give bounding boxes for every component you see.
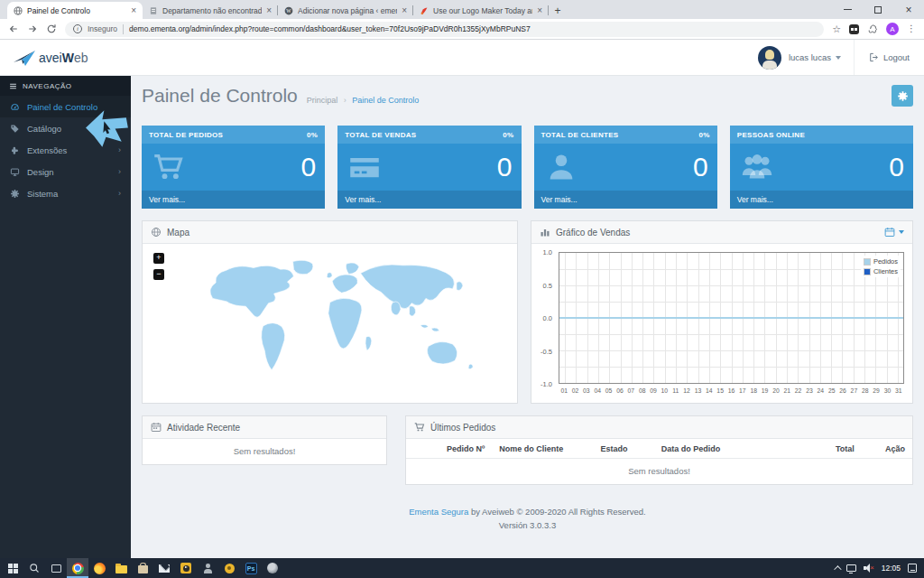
- taskbar-search-icon[interactable]: [23, 558, 45, 578]
- gear-icon: [897, 90, 909, 102]
- back-icon[interactable]: [8, 23, 19, 34]
- x-tick-label: 14: [706, 387, 713, 394]
- taskbar-media-dot-icon[interactable]: [218, 558, 240, 578]
- taskbar-firefox-icon[interactable]: [88, 558, 110, 578]
- tile-body: 0: [337, 144, 521, 191]
- tile-percent: 0%: [503, 131, 513, 139]
- tile-value: 0: [889, 154, 904, 181]
- window-restore-button[interactable]: [863, 0, 893, 19]
- pinned-extension-icon[interactable]: [849, 24, 859, 34]
- browser-menu-icon[interactable]: ⋮: [907, 24, 916, 33]
- taskbar-file-explorer-icon[interactable]: [110, 558, 132, 578]
- tile-title: TOTAL DE CLIENTES: [541, 131, 619, 139]
- taskbar-start-icon[interactable]: [2, 558, 23, 578]
- tab-close-icon[interactable]: ×: [537, 6, 542, 15]
- credit-card-icon: [346, 151, 383, 183]
- dashboard-icon: [10, 102, 20, 112]
- new-tab-button[interactable]: +: [549, 2, 567, 19]
- taskbar-photoshop-icon[interactable]: Ps: [240, 558, 262, 578]
- world-map[interactable]: + −: [143, 244, 517, 403]
- map-zoom-out-button[interactable]: −: [153, 269, 164, 280]
- tile-total-de-pedidos[interactable]: TOTAL DE PEDIDOS0%0Ver mais...: [142, 126, 325, 209]
- x-tick-label: 22: [795, 387, 802, 394]
- dashboard-settings-button[interactable]: [892, 85, 913, 107]
- bookmark-star-icon[interactable]: ☆: [832, 24, 841, 34]
- taskbar-task-view-icon[interactable]: [45, 558, 67, 578]
- breadcrumb-home[interactable]: Principal: [307, 96, 338, 105]
- tile-view-more-link[interactable]: Ver mais...: [730, 191, 913, 209]
- tab-close-icon[interactable]: ×: [402, 6, 407, 15]
- map-zoom-in-button[interactable]: +: [153, 253, 164, 264]
- sidebar-item-sistema[interactable]: Sistema›: [0, 182, 131, 204]
- orders-empty-text: Sem resultados!: [406, 459, 912, 484]
- tab-close-icon[interactable]: ×: [131, 6, 136, 15]
- tab-title: Adicionar nova página ‹ ementa: [298, 6, 397, 15]
- volume-muted-icon[interactable]: ×: [864, 564, 874, 573]
- taskbar-media-player-icon[interactable]: [175, 558, 197, 578]
- user-menu[interactable]: lucas lucas: [789, 52, 854, 62]
- window-minimize-button[interactable]: [832, 0, 863, 19]
- series-line-pedidos: [559, 317, 903, 319]
- brand-logo[interactable]: aveiWeb: [0, 49, 135, 67]
- x-tick-label: 28: [862, 387, 869, 394]
- taskbar-chrome-icon[interactable]: [67, 558, 88, 578]
- taskbar-people-icon[interactable]: [197, 558, 218, 578]
- x-tick-label: 29: [873, 387, 880, 394]
- tile-view-more-link[interactable]: Ver mais...: [142, 191, 325, 209]
- window-close-button[interactable]: ×: [893, 0, 924, 19]
- refresh-icon[interactable]: [46, 23, 57, 34]
- address-separator: [123, 24, 124, 34]
- user-avatar[interactable]: [758, 46, 781, 70]
- action-center-icon[interactable]: [908, 564, 917, 573]
- logomaker-favicon: [420, 6, 429, 15]
- x-tick-label: 20: [772, 387, 780, 394]
- sales-chart: 1.00.50.0-0.5-1.0 0102030405060708091011…: [531, 244, 912, 403]
- address-bar[interactable]: i Inseguro demo.ementa.org/admin/index.p…: [65, 22, 824, 37]
- legend-swatch: [864, 268, 871, 275]
- extensions-puzzle-icon[interactable]: [867, 23, 878, 34]
- cart-icon: [414, 422, 425, 433]
- version-text: Versión 3.0.3.3: [142, 518, 913, 532]
- x-tick-label: 23: [806, 387, 813, 394]
- tile-title: TOTAL DE VENDAS: [345, 131, 416, 139]
- cursor-arrow-annotation: [84, 107, 135, 150]
- tray-expand-icon[interactable]: [834, 565, 841, 573]
- date-range-button[interactable]: [884, 227, 904, 238]
- x-tick-label: 05: [605, 387, 613, 394]
- x-tick-label: 04: [594, 387, 601, 394]
- taskbar-design-app-icon[interactable]: [262, 558, 283, 578]
- chevron-down-icon: [899, 230, 904, 234]
- taskbar-store-icon[interactable]: [132, 558, 153, 578]
- tile-view-more-link[interactable]: Ver mais...: [337, 191, 521, 209]
- network-icon[interactable]: [846, 564, 856, 572]
- gridline: [559, 269, 903, 270]
- tile-view-more-link[interactable]: Ver mais...: [534, 191, 717, 209]
- footer-link[interactable]: Ementa Segura: [409, 507, 468, 517]
- site-info-icon[interactable]: i: [73, 24, 82, 33]
- tile-total-de-clientes[interactable]: TOTAL DE CLIENTES0%0Ver mais...: [534, 126, 717, 209]
- sidebar-item-design[interactable]: Design›: [0, 161, 131, 182]
- browser-tab-departamento-nao-encontrado[interactable]: Departamento não encontrado!×: [143, 2, 278, 19]
- breadcrumb-current-link[interactable]: Painel de Controlo: [352, 96, 419, 105]
- browser-tab-adicionar-nova-pagina-ementa[interactable]: WAdicionar nova página ‹ ementa×: [278, 2, 413, 19]
- tile-pessoas-online[interactable]: PESSOAS ONLINE0Ver mais...: [730, 126, 913, 209]
- tab-close-icon[interactable]: ×: [266, 6, 272, 15]
- logout-button[interactable]: Logout: [855, 52, 924, 62]
- tile-percent: 0%: [699, 131, 710, 139]
- y-tick-label: -0.5: [541, 347, 552, 355]
- wordpress-favicon: W: [284, 6, 293, 15]
- taskbar-mail-icon[interactable]: [153, 558, 175, 578]
- forward-icon[interactable]: [27, 23, 38, 34]
- x-tick-label: 17: [739, 387, 746, 394]
- tile-total-de-vendas[interactable]: TOTAL DE VENDAS0%0Ver mais...: [337, 126, 521, 209]
- main-content: Painel de Controlo Principal › Painel de…: [131, 76, 924, 558]
- x-tick-label: 26: [839, 387, 846, 394]
- x-tick-label: 01: [560, 387, 568, 394]
- legend-label: Pedidos: [873, 256, 898, 266]
- taskbar-clock[interactable]: 12:05: [882, 564, 901, 573]
- globe-favicon: [14, 6, 23, 15]
- browser-tab-use-our-logo-maker-today-and-f[interactable]: Use our Logo Maker Today and F×: [413, 2, 549, 19]
- map-panel-title: Mapa: [167, 228, 189, 238]
- browser-tab-painel-de-controlo[interactable]: Painel de Controlo×: [7, 2, 143, 19]
- browser-profile-avatar[interactable]: A: [886, 23, 899, 35]
